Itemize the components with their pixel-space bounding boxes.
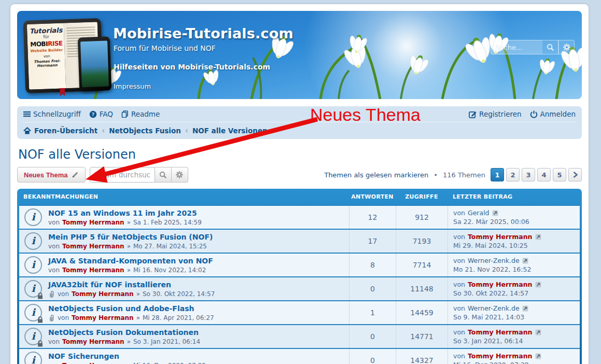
goto-last-post-icon[interactable] [535, 234, 541, 240]
forum-search-button[interactable] [155, 167, 172, 183]
forum-search-input[interactable] [90, 167, 155, 183]
topic-title-link[interactable]: Mein PHP 5 für NetObjects Fusion (NOF) [48, 233, 213, 241]
topic-title-link[interactable]: NetObjects Fusion Dokumentationen [48, 328, 200, 337]
last-post-author-link[interactable]: Tommy Herrmann [468, 352, 533, 360]
breadcrumb-home[interactable]: Foren-Übersicht [23, 127, 97, 135]
topic-title-link[interactable]: NOF 15 an Windows 11 im Jahr 2025 [48, 209, 202, 217]
lock-icon [37, 292, 44, 299]
question-circle-icon: ? [89, 110, 97, 118]
forum-panel: Tutorials für MOBIRISE Website Builder v… [10, 4, 589, 364]
goto-last-post-icon[interactable] [535, 282, 541, 288]
by-label: von [453, 304, 465, 312]
announcement-info-icon: i [24, 328, 42, 345]
table-row: i NOF 15 an Windows 11 im Jahr 2025 von … [19, 205, 580, 229]
breadcrumb-nof-alle-versionen[interactable]: NOF alle Versionen [192, 127, 268, 135]
pagination-page-5[interactable]: 5 [553, 168, 566, 181]
topic-date: Mi 28. Apr 2021, 06:27 [143, 314, 214, 321]
by-label: von [48, 267, 60, 274]
views-count: 14771 [396, 325, 448, 348]
last-post-date: Mi 29. Mai 2024, 10:25 [453, 242, 578, 249]
last-post-date: Sa 22. Mär 2025, 00:06 [453, 218, 578, 226]
gear-icon [176, 171, 183, 178]
last-post-author-link[interactable]: Werner-Zenk.de [468, 257, 520, 264]
topic-author-link[interactable]: Tommy Herrmann [72, 314, 134, 321]
goto-last-post-icon[interactable] [535, 329, 541, 335]
register-icon [469, 110, 477, 118]
topic-author-link[interactable]: Tommy Herrmann [62, 338, 124, 345]
topic-title-link[interactable]: NOF Sicherungen [48, 352, 206, 360]
last-post-author-link[interactable]: Tommy Herrmann [468, 328, 533, 336]
forum-search-options-button[interactable] [172, 167, 188, 183]
table-row: i NetObjects Fusion Dokumentationen von … [19, 324, 580, 348]
announcements-table: BEKANNTMACHUNGEN ANTWORTEN ZUGRIFFE LETZ… [17, 189, 582, 364]
announcement-info-icon: i [24, 256, 42, 274]
replies-count: 17 [349, 230, 396, 253]
svg-text:?: ? [92, 111, 94, 117]
last-post-author-link[interactable]: Werner-Zenk.de [468, 304, 520, 312]
header-search-button[interactable] [542, 40, 558, 54]
help-pages-link[interactable]: Hilfeseiten von Mobirise-Tutorials.com [114, 63, 270, 71]
imprint-link[interactable]: Impressum [114, 82, 151, 90]
topic-date: Mo 27. Mai 2024, 15:25 [133, 243, 207, 250]
goto-last-post-icon[interactable] [522, 305, 528, 312]
last-post-author-link[interactable]: Tommy Herrmann [468, 281, 533, 288]
views-count: 912 [396, 206, 448, 229]
pencil-icon [72, 171, 79, 178]
views-count: 7193 [396, 230, 448, 253]
topic-author-link[interactable]: Tommy Herrmann [62, 267, 124, 274]
pagination-page-3[interactable]: 3 [522, 168, 535, 181]
header-banner: Tutorials für MOBIRISE Website Builder v… [17, 11, 582, 99]
goto-last-post-icon[interactable] [492, 210, 498, 216]
topic-title-link[interactable]: NetObjects Fusion und Adobe-Flash [48, 304, 214, 313]
goto-last-post-icon[interactable] [535, 353, 541, 359]
topic-title-link[interactable]: JAVA32bit für NOF installieren [48, 281, 215, 289]
site-title: Mobirise-Tutorials.com [113, 25, 293, 41]
replies-count: 0 [349, 325, 396, 348]
register-link[interactable]: Registrieren [469, 110, 521, 118]
quicklinks-menu[interactable]: Schnellzugriff [23, 110, 81, 118]
site-logo[interactable]: Tutorials für MOBIRISE Website Builder v… [23, 16, 118, 97]
pagination-next-button[interactable] [568, 168, 582, 181]
pagination-page-4[interactable]: 4 [537, 168, 551, 181]
table-row: i JAVA & Standard-Komponenten von NOF vo… [19, 253, 580, 276]
last-post-author-link[interactable]: Tommy Herrmann [468, 233, 533, 241]
last-post-author-link[interactable]: Gerald [468, 209, 490, 217]
logo-phone-image [78, 36, 112, 91]
topic-title-link[interactable]: JAVA & Standard-Komponenten von NOF [48, 257, 213, 265]
by-label: von [453, 281, 465, 288]
breadcrumb-netobjects-fusion[interactable]: NetObjects Fusion [109, 127, 181, 135]
topic-date: Mi 16. Dez 2020, 07:39 [133, 362, 206, 364]
meta-separator: » [127, 362, 131, 364]
by-label: von [453, 352, 465, 360]
by-label: von [58, 314, 69, 321]
header-search-options-button[interactable] [558, 40, 575, 54]
topic-date: So 3. Jan 2021, 06:14 [133, 338, 200, 345]
topic-author-link[interactable]: Tommy Herrmann [62, 362, 124, 364]
readme-link[interactable]: Readme [121, 110, 160, 118]
by-label: von [453, 209, 465, 217]
faq-link[interactable]: ? FAQ [89, 110, 113, 118]
topic-author-link[interactable]: Tommy Herrmann [72, 290, 134, 298]
magnifier-icon [547, 44, 554, 51]
mark-topics-read-link[interactable]: Themen als gelesen markieren [324, 171, 428, 179]
topic-author-link[interactable]: Tommy Herrmann [62, 219, 124, 226]
login-link[interactable]: Anmelden [530, 110, 576, 118]
by-label: von [58, 290, 69, 298]
column-header-announcements: BEKANNTMACHUNGEN [19, 193, 349, 200]
logo-subtitle: Website Builder [30, 48, 63, 53]
replies-count: 0 [349, 349, 396, 364]
table-row: i Mein PHP 5 für NetObjects Fusion (NOF)… [19, 229, 580, 253]
pagination-page-1[interactable]: 1 [491, 168, 504, 181]
goto-last-post-icon[interactable] [522, 258, 528, 264]
announcement-info-icon: i [24, 232, 42, 250]
meta-separator: » [127, 267, 131, 274]
logo-bookmark [60, 88, 65, 96]
replies-count: 1 [349, 301, 396, 324]
announcement-info-icon: i [24, 352, 42, 364]
header-search-input[interactable] [491, 40, 542, 54]
new-topic-button[interactable]: Neues Thema [17, 167, 86, 183]
topic-list: i NOF 15 an Windows 11 im Jahr 2025 von … [19, 205, 580, 364]
topic-author-link[interactable]: Tommy Herrmann [62, 243, 124, 250]
topic-count: 116 Themen [443, 171, 485, 179]
pagination-page-2[interactable]: 2 [506, 168, 520, 181]
